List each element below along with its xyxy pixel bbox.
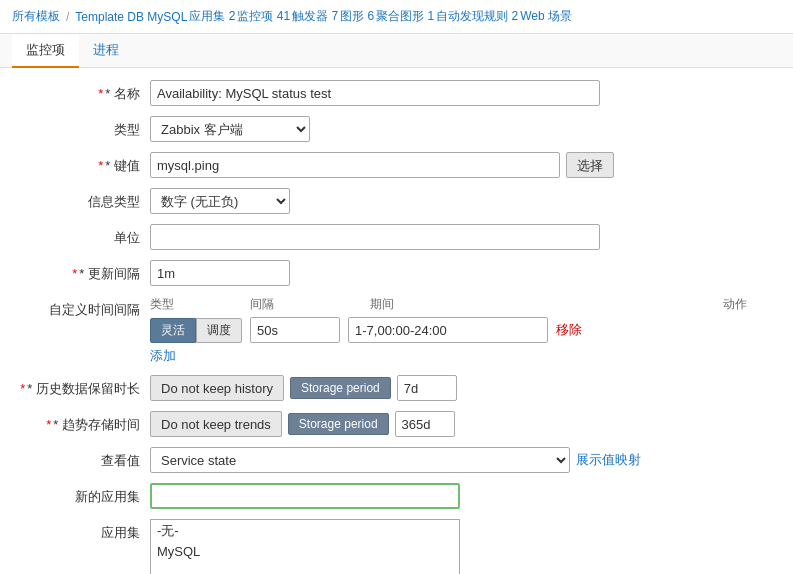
interval-input[interactable] xyxy=(250,317,340,343)
breadcrumb-graph[interactable]: 图形 6 xyxy=(340,8,374,25)
name-req: * xyxy=(98,86,103,101)
tab-monitor-item[interactable]: 监控项 xyxy=(12,34,79,68)
remove-btn[interactable]: 移除 xyxy=(552,319,586,341)
breadcrumb-app-set[interactable]: 应用集 2 xyxy=(189,8,235,25)
name-input[interactable] xyxy=(150,80,600,106)
info-type-select[interactable]: 数字 (无正负) xyxy=(150,188,290,214)
breadcrumb-sep1: / xyxy=(66,10,69,24)
history-label: ** 历史数据保留时长 xyxy=(20,375,150,398)
toggle-schedule[interactable]: 调度 xyxy=(196,318,242,343)
name-label: ** 名称 xyxy=(20,80,150,103)
trends-value-input[interactable] xyxy=(395,411,455,437)
trends-controls: Do not keep trends Storage period xyxy=(150,411,455,437)
new-app-label: 新的应用集 xyxy=(20,483,150,506)
breadcrumb: 所有模板 / Template DB MySQL 应用集 2 监控项 41 触发… xyxy=(12,8,781,25)
update-interval-row: ** 更新间隔 xyxy=(20,260,773,286)
type-select[interactable]: Zabbix 客户端 xyxy=(150,116,310,142)
history-storage-btn[interactable]: Storage period xyxy=(290,377,391,399)
custom-time-row-outer: 自定义时间间隔 类型 间隔 期间 动作 灵活 调度 移除 添加 xyxy=(20,296,773,365)
new-app-input[interactable] xyxy=(150,483,460,509)
breadcrumb-aggregate[interactable]: 聚合图形 1 xyxy=(376,8,434,25)
breadcrumb-all-templates[interactable]: 所有模板 xyxy=(12,8,60,25)
key-row: ** 键值 选择 xyxy=(20,152,773,178)
col-interval-header: 间隔 xyxy=(250,296,370,313)
add-link[interactable]: 添加 xyxy=(150,346,176,365)
app-row: 应用集 -无- MySQL xyxy=(20,519,773,574)
view-value-row: 查看值 Service state 展示值映射 xyxy=(20,447,773,473)
key-select-btn[interactable]: 选择 xyxy=(566,152,614,178)
history-no-keep-btn[interactable]: Do not keep history xyxy=(150,375,284,401)
info-type-label: 信息类型 xyxy=(20,188,150,211)
view-value-select[interactable]: Service state xyxy=(150,447,570,473)
toggle-flexible[interactable]: 灵活 xyxy=(150,318,196,343)
key-label: ** 键值 xyxy=(20,152,150,175)
custom-time-label: 自定义时间间隔 xyxy=(20,296,150,319)
nav-tabs: 监控项 进程 xyxy=(0,34,793,68)
col-period-header: 期间 xyxy=(370,296,723,313)
type-row: 类型 Zabbix 客户端 xyxy=(20,116,773,142)
tab-process[interactable]: 进程 xyxy=(79,34,133,68)
custom-time-data-row: 灵活 调度 移除 xyxy=(150,317,773,343)
add-row: 添加 xyxy=(150,347,773,365)
unit-input[interactable] xyxy=(150,224,600,250)
breadcrumb-monitor-item[interactable]: 监控项 41 xyxy=(237,8,290,25)
view-value-label: 查看值 xyxy=(20,447,150,470)
breadcrumb-trigger[interactable]: 触发器 7 xyxy=(292,8,338,25)
page-header: 所有模板 / Template DB MySQL 应用集 2 监控项 41 触发… xyxy=(0,0,793,34)
view-value-mapping-link[interactable]: 展示值映射 xyxy=(576,451,641,469)
breadcrumb-template-db-mysql[interactable]: Template DB MySQL xyxy=(75,10,187,24)
trends-storage-btn[interactable]: Storage period xyxy=(288,413,389,435)
history-row: ** 历史数据保留时长 Do not keep history Storage … xyxy=(20,375,773,401)
history-controls: Do not keep history Storage period xyxy=(150,375,457,401)
col-action-header: 动作 xyxy=(723,296,773,313)
update-interval-label: ** 更新间隔 xyxy=(20,260,150,283)
breadcrumb-web-scene[interactable]: Web 场景 xyxy=(520,8,572,25)
unit-row: 单位 xyxy=(20,224,773,250)
type-label: 类型 xyxy=(20,116,150,139)
trends-row: ** 趋势存储时间 Do not keep trends Storage per… xyxy=(20,411,773,437)
toggle-btn-group: 灵活 调度 xyxy=(150,318,242,343)
app-list-item-none[interactable]: -无- xyxy=(151,520,459,542)
custom-time-section: 类型 间隔 期间 动作 灵活 调度 移除 添加 xyxy=(150,296,773,365)
period-input[interactable] xyxy=(348,317,548,343)
info-type-row: 信息类型 数字 (无正负) xyxy=(20,188,773,214)
view-value-controls: Service state 展示值映射 xyxy=(150,447,641,473)
key-input[interactable] xyxy=(150,152,560,178)
history-value-input[interactable] xyxy=(397,375,457,401)
app-list-item-mysql[interactable]: MySQL xyxy=(151,542,459,561)
col-type-header: 类型 xyxy=(150,296,250,313)
app-list: -无- MySQL xyxy=(150,519,460,574)
breadcrumb-autodiscover[interactable]: 自动发现规则 2 xyxy=(436,8,518,25)
unit-label: 单位 xyxy=(20,224,150,247)
app-label: 应用集 xyxy=(20,519,150,542)
custom-time-header: 类型 间隔 期间 动作 xyxy=(150,296,773,313)
update-interval-input[interactable] xyxy=(150,260,290,286)
trends-no-keep-btn[interactable]: Do not keep trends xyxy=(150,411,282,437)
new-app-row: 新的应用集 xyxy=(20,483,773,509)
name-row: ** 名称 xyxy=(20,80,773,106)
trends-label: ** 趋势存储时间 xyxy=(20,411,150,434)
form-content: ** 名称 类型 Zabbix 客户端 ** 键值 选择 信息类型 数字 (无正… xyxy=(0,68,793,574)
